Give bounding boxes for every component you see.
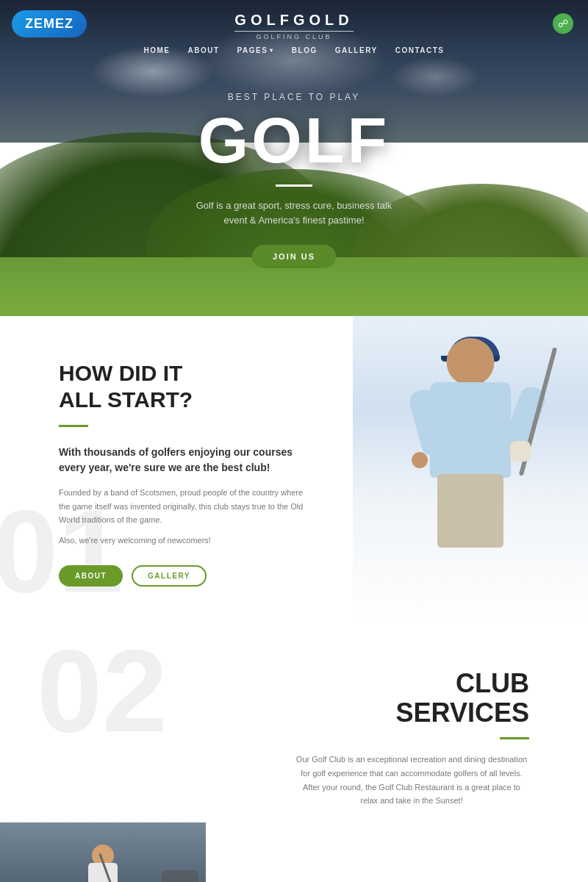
green-divider [59, 425, 88, 427]
small-golfer-bg [0, 822, 206, 882]
chevron-down-icon: ▾ [270, 47, 274, 54]
services-content: CLUB SERVICES Our Golf Club is an except… [0, 669, 588, 808]
about-lead: With thousands of golfers enjoying our c… [59, 445, 309, 476]
small-golfer-figure [74, 845, 132, 882]
golfer-glove [510, 441, 531, 462]
main-nav: HOME ABOUT PAGES ▾ BLOG GALLERY CONTACTS [144, 46, 445, 54]
golfer-figure [375, 323, 566, 625]
golfer-hand [412, 452, 428, 468]
hero-description: Golf is a great sport, stress cure, busi… [184, 198, 404, 227]
hero-tagline: BEST PLACE TO PLAY [228, 92, 361, 102]
about-content: HOW DID IT ALL START? With thousands of … [0, 360, 309, 587]
golfer-pants [437, 474, 503, 548]
brand-center: GOLFGOLD GOLFING CLUB [234, 12, 353, 40]
services-section: 02 CLUB SERVICES Our Golf Club is an exc… [0, 625, 588, 882]
gallery-button[interactable]: GALLERY [132, 565, 207, 587]
about-button[interactable]: ABOUT [59, 565, 123, 587]
services-bottom: TRAINING EVENTS RENTALS [0, 822, 588, 882]
hero-title: GOLF [198, 108, 390, 173]
brand-name: GOLFGOLD [234, 12, 353, 28]
about-buttons: ABOUT GALLERY [59, 565, 309, 587]
brand-subtitle: GOLFING CLUB [234, 31, 353, 40]
nav-home[interactable]: HOME [144, 46, 171, 54]
site-header: ZEMEZ GOLFGOLD GOLFING CLUB HOME ABOUT P… [0, 0, 588, 66]
join-us-button[interactable]: JOIN US [252, 245, 336, 268]
about-section: 01 HOW DID IT ALL START? With thousands … [0, 316, 588, 625]
about-body: Founded by a band of Scotsmen, proud peo… [59, 486, 309, 527]
about-heading: HOW DID IT ALL START? [59, 360, 309, 413]
nav-about[interactable]: ABOUT [188, 46, 220, 54]
services-image [0, 822, 206, 882]
nav-contacts[interactable]: CONTACTS [395, 46, 445, 54]
clubs-bag [162, 870, 198, 882]
services-description: Our Golf Club is an exceptional recreati… [294, 753, 529, 808]
golfer-head [447, 338, 495, 386]
nav-gallery[interactable]: GALLERY [335, 46, 378, 54]
hero-section: ZEMEZ GOLFGOLD GOLFING CLUB HOME ABOUT P… [0, 0, 588, 316]
nav-blog[interactable]: BLOG [292, 46, 318, 54]
about-note: Also, we're very welcoming of newcomers! [59, 536, 309, 545]
hero-divider [276, 184, 312, 187]
user-account-icon[interactable]: ☍ [553, 13, 573, 34]
zemez-logo[interactable]: ZEMEZ [12, 10, 87, 37]
services-green-divider [500, 737, 529, 739]
services-heading: CLUB SERVICES [0, 669, 529, 727]
nav-pages[interactable]: PAGES ▾ [237, 46, 274, 54]
golfer-image [353, 316, 588, 625]
